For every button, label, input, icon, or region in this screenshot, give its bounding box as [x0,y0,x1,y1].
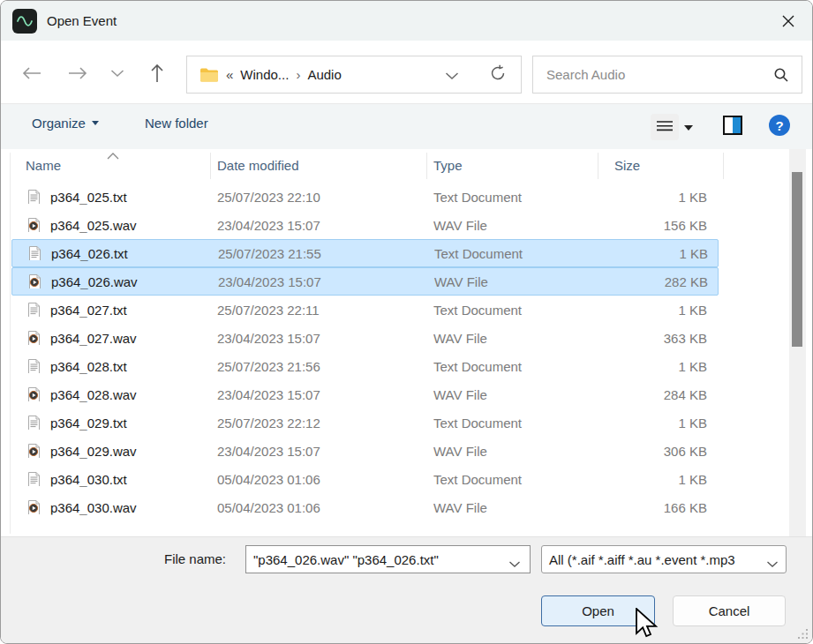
text-file-icon [27,190,41,204]
organize-caret-icon [92,121,99,125]
file-row[interactable]: p364_027.txt 25/07/2023 22:11 Text Docum… [11,296,719,324]
new-folder-button[interactable]: New folder [145,116,208,131]
file-date-modified: 05/04/2023 01:06 [217,500,425,515]
file-type-value: All (*.aif *.aiff *.au *.event *.mp3 [549,552,735,567]
breadcrumb-parent[interactable]: Windo... [240,67,289,82]
file-name: p364_028.txt [50,359,209,374]
file-type: WAV File [433,444,592,459]
file-date-modified: 25/07/2023 22:12 [217,416,425,431]
file-name-dropdown-chevron-icon[interactable] [508,556,521,571]
file-list: p364_025.txt 25/07/2023 22:10 Text Docum… [11,183,719,521]
file-type-select[interactable]: All (*.aif *.aiff *.au *.event *.mp3 [541,545,787,573]
file-size: 1 KB [583,416,707,431]
column-separator[interactable] [598,153,598,179]
file-row[interactable]: p364_029.txt 25/07/2023 22:12 Text Docum… [11,408,719,437]
file-date-modified: 23/04/2023 15:07 [217,331,425,346]
organize-button[interactable]: Organize [32,116,99,131]
file-name-input[interactable]: "p364_026.wav" "p364_026.txt" [245,545,531,573]
file-name: p364_025.txt [50,190,209,205]
help-icon[interactable]: ? [769,115,790,136]
file-size: 363 KB [583,331,707,346]
organize-label: Organize [32,116,86,131]
breadcrumb-overflow[interactable]: « [226,67,233,82]
back-icon[interactable] [17,60,47,86]
text-file-icon [27,303,41,317]
file-name: p364_026.txt [51,246,210,261]
file-type: Text Document [434,246,593,261]
wav-file-icon [27,500,41,514]
open-button[interactable]: Open [541,595,655,626]
file-size: 1 KB [583,359,707,374]
file-name: p364_030.wav [50,500,209,515]
search-input[interactable]: Search Audio [532,56,802,94]
file-size: 1 KB [583,303,707,318]
file-type: Text Document [433,190,592,205]
up-icon[interactable] [142,60,172,86]
file-name-value: "p364_026.wav" "p364_026.txt" [253,552,439,567]
column-separator[interactable] [426,153,427,179]
column-header-type[interactable]: Type [433,158,463,173]
file-name: p364_026.wav [51,274,210,289]
file-row[interactable]: p364_025.txt 25/07/2023 22:10 Text Docum… [11,183,719,211]
help-glyph: ? [775,118,783,133]
file-date-modified: 25/07/2023 22:10 [217,190,425,205]
file-name: p364_029.wav [50,444,209,459]
sort-ascending-icon [107,147,119,162]
file-type: WAV File [433,331,592,346]
dialog-footer: File name: "p364_026.wav" "p364_026.txt"… [1,536,812,644]
preview-pane-icon[interactable] [723,116,742,135]
file-row[interactable]: p364_026.wav 23/04/2023 15:07 WAV File 2… [11,267,719,296]
resize-grip[interactable] [797,628,809,640]
cancel-button[interactable]: Cancel [673,595,786,626]
address-dropdown-chevron-icon[interactable] [445,68,459,83]
recent-locations-chevron-icon[interactable] [102,60,132,86]
file-type: Text Document [433,472,592,487]
file-size: 1 KB [584,246,708,261]
command-bar: Organize New folder ? [1,104,812,149]
file-row[interactable]: p364_028.txt 25/07/2023 21:56 Text Docum… [11,352,719,380]
text-file-icon [27,359,41,373]
file-row[interactable]: p364_027.wav 23/04/2023 15:07 WAV File 3… [11,324,719,352]
breadcrumb-current[interactable]: Audio [307,67,341,82]
refresh-icon[interactable] [489,64,507,85]
open-button-label: Open [582,603,614,618]
file-size: 282 KB [584,274,708,289]
scrollbar-track[interactable] [789,149,806,536]
file-type: Text Document [433,416,592,431]
close-icon[interactable] [777,10,800,33]
column-separator[interactable] [723,153,724,179]
file-date-modified: 25/07/2023 21:55 [218,246,425,261]
file-type: WAV File [433,218,592,233]
file-size: 284 KB [583,387,707,402]
open-event-dialog: Open Event « Windo... › Audio [0,0,813,644]
file-type-dropdown-chevron-icon[interactable] [764,556,779,571]
breadcrumb-separator-icon: › [296,67,300,82]
file-type: WAV File [433,500,592,515]
view-options-caret-icon[interactable] [684,125,693,131]
column-header-date-modified[interactable]: Date modified [217,158,299,173]
address-bar[interactable]: « Windo... › Audio [186,56,522,94]
file-row[interactable]: p364_028.wav 23/04/2023 15:07 WAV File 2… [11,380,719,408]
column-header-name[interactable]: Name [26,158,61,173]
list-view-icon [656,120,674,134]
search-icon[interactable] [773,67,789,86]
forward-icon[interactable] [63,60,93,86]
file-date-modified: 25/07/2023 21:56 [217,359,425,374]
file-row[interactable]: p364_026.txt 25/07/2023 21:55 Text Docum… [11,239,719,267]
column-header-size[interactable]: Size [614,158,640,173]
file-row[interactable]: p364_030.wav 05/04/2023 01:06 WAV File 1… [11,493,719,521]
file-name: p364_030.txt [50,472,209,487]
file-row[interactable]: p364_030.txt 05/04/2023 01:06 Text Docum… [11,465,719,493]
scrollbar-thumb[interactable] [792,172,802,347]
file-row[interactable]: p364_025.wav 23/04/2023 15:07 WAV File 1… [11,211,719,239]
file-type: WAV File [433,387,592,402]
text-file-icon [27,416,41,430]
file-row[interactable]: p364_029.wav 23/04/2023 15:07 WAV File 3… [11,437,719,465]
wav-file-icon [27,331,41,345]
column-separator[interactable] [210,153,211,179]
change-view-button[interactable] [651,114,679,140]
wav-file-icon [27,218,41,232]
file-date-modified: 05/04/2023 01:06 [217,472,425,487]
column-header-row: Name Date modified Type Size [1,149,789,183]
folder-icon [199,67,219,83]
